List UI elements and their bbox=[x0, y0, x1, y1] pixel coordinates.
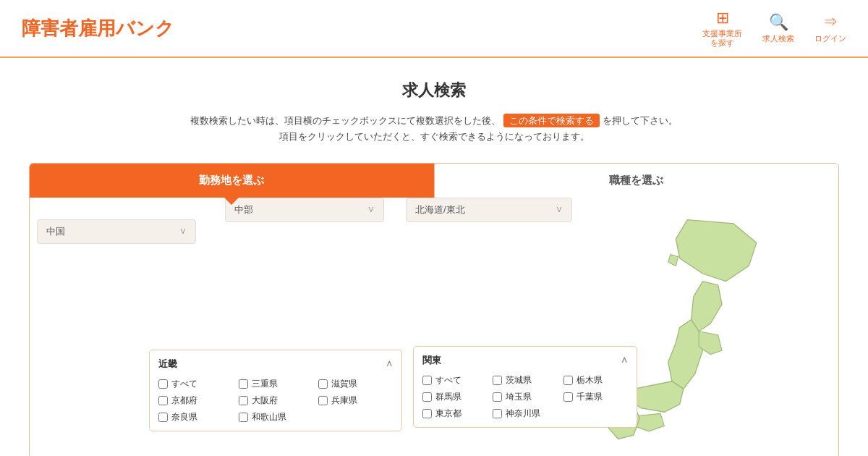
nav-login-label: ログイン bbox=[814, 33, 846, 44]
kanto-title: 関東 bbox=[422, 354, 441, 367]
kinki-item-hyogo[interactable]: 兵庫県 bbox=[318, 394, 393, 407]
chugoku-select[interactable]: 中国 ∨ bbox=[37, 219, 196, 244]
kanto-item-all[interactable]: すべて bbox=[422, 374, 487, 387]
kinki-checkbox-all[interactable] bbox=[158, 379, 168, 389]
kanto-item-gunma[interactable]: 群馬県 bbox=[422, 391, 487, 403]
kanto-header: 関東 ∧ bbox=[422, 354, 628, 367]
desc-text1: 複数検索したい時は、項目横のチェックボックスにて複数選択をした後、 bbox=[190, 115, 501, 126]
search-icon: 🔍 bbox=[769, 13, 788, 32]
desc-text2: を押して下さい。 bbox=[603, 115, 678, 126]
kinki-label-shiga: 滋賀県 bbox=[331, 378, 357, 390]
kinki-checkbox-kyoto[interactable] bbox=[158, 396, 168, 405]
kanto-collapse-icon[interactable]: ∧ bbox=[621, 354, 628, 366]
kanto-label-saitama: 埼玉県 bbox=[506, 391, 532, 403]
kinki-item-osaka[interactable]: 大阪府 bbox=[239, 394, 313, 407]
kanto-label-gunma: 群馬県 bbox=[435, 391, 461, 403]
kinki-checkbox-hyogo[interactable] bbox=[318, 396, 328, 405]
page-title: 求人検索 bbox=[29, 80, 839, 101]
kinki-checkbox-shiga[interactable] bbox=[318, 379, 328, 389]
kanto-label-ibaraki: 茨城県 bbox=[506, 374, 532, 387]
kinki-label-wakayama: 和歌山県 bbox=[252, 411, 286, 423]
kanto-item-kanagawa[interactable]: 神奈川県 bbox=[493, 408, 557, 420]
kanto-label-kanagawa: 神奈川県 bbox=[506, 408, 540, 420]
kanto-label-all: すべて bbox=[435, 374, 461, 387]
kanto-checkbox-tokyo[interactable] bbox=[422, 409, 432, 418]
chubu-label: 中部 bbox=[234, 203, 253, 216]
kanto-label-chiba: 千葉県 bbox=[576, 391, 603, 403]
kanto-item-ibaraki[interactable]: 茨城県 bbox=[493, 374, 557, 387]
kinki-label-all: すべて bbox=[171, 378, 197, 390]
kinki-checkbox-osaka[interactable] bbox=[239, 396, 248, 405]
kanto-checkbox-all[interactable] bbox=[422, 376, 432, 385]
nav-support[interactable]: ⊞ 支援事業所を探す bbox=[702, 9, 742, 48]
kanto-label-tochigi: 栃木県 bbox=[576, 374, 603, 387]
kinki-section: 近畿 ∧ すべて 三重県 滋賀県 bbox=[149, 350, 402, 431]
chugoku-label: 中国 bbox=[46, 225, 65, 238]
chubu-arrow-icon: ∨ bbox=[367, 203, 375, 216]
kinki-label-hyogo: 兵庫県 bbox=[331, 394, 357, 407]
search-panel: 勤務地を選ぶ 職種を選ぶ 中国 ∨ 中部 ∨ 北 bbox=[29, 163, 839, 456]
kanto-checkbox-saitama[interactable] bbox=[493, 392, 502, 402]
main-content: 求人検索 複数検索したい時は、項目横のチェックボックスにて複数選択をした後、 こ… bbox=[0, 58, 868, 456]
hokkaido-label: 北海道/東北 bbox=[415, 203, 465, 216]
kinki-header: 近畿 ∧ bbox=[158, 358, 393, 371]
nav-support-label: 支援事業所を探す bbox=[702, 29, 742, 48]
nav-login[interactable]: ⇒ ログイン bbox=[814, 12, 846, 44]
tab-row: 勤務地を選ぶ 職種を選ぶ bbox=[30, 164, 838, 198]
kinki-title: 近畿 bbox=[158, 358, 177, 371]
region-content: 中国 ∨ 中部 ∨ 北海道/東北 ∨ bbox=[30, 198, 838, 456]
kinki-label-kyoto: 京都府 bbox=[171, 394, 197, 407]
kinki-label-osaka: 大阪府 bbox=[252, 394, 278, 407]
kanto-item-chiba[interactable]: 千葉県 bbox=[563, 391, 628, 403]
kinki-checkbox-mie[interactable] bbox=[239, 379, 248, 389]
tab-job-type[interactable]: 職種を選ぶ bbox=[434, 164, 839, 198]
kanto-section: 関東 ∧ すべて 茨城県 栃木県 bbox=[413, 346, 637, 428]
tab-location[interactable]: 勤務地を選ぶ bbox=[30, 164, 434, 198]
nav-search-label: 求人検索 bbox=[762, 33, 794, 44]
kinki-item-all[interactable]: すべて bbox=[158, 378, 233, 390]
header: 障害者雇用バンク ⊞ 支援事業所を探す 🔍 求人検索 ⇒ ログイン bbox=[0, 0, 868, 58]
kinki-label-nara: 奈良県 bbox=[171, 411, 197, 423]
kinki-collapse-icon[interactable]: ∧ bbox=[386, 358, 393, 370]
chubu-select[interactable]: 中部 ∨ bbox=[225, 198, 384, 222]
kanto-label-tokyo: 東京都 bbox=[435, 408, 461, 420]
kanto-checkbox-chiba[interactable] bbox=[563, 392, 573, 402]
kanto-checkbox-grid: すべて 茨城県 栃木県 群馬県 bbox=[422, 374, 628, 420]
kanto-item-saitama[interactable]: 埼玉県 bbox=[493, 391, 557, 403]
chugoku-arrow-icon: ∨ bbox=[179, 225, 187, 237]
description: 複数検索したい時は、項目横のチェックボックスにて複数選択をした後、 この条件で検… bbox=[29, 113, 839, 145]
kinki-item-kyoto[interactable]: 京都府 bbox=[158, 394, 233, 407]
kanto-item-tochigi[interactable]: 栃木県 bbox=[563, 374, 628, 387]
desc-text3: 項目をクリックしていただくと、すぐ検索できるようになっております。 bbox=[279, 131, 590, 142]
chubu-dropdown-area: 中部 ∨ bbox=[225, 198, 384, 222]
kanto-checkbox-ibaraki[interactable] bbox=[493, 376, 502, 385]
nav-search[interactable]: 🔍 求人検索 bbox=[762, 13, 794, 44]
login-icon: ⇒ bbox=[823, 12, 838, 32]
kinki-item-nara[interactable]: 奈良県 bbox=[158, 411, 233, 423]
kanto-checkbox-kanagawa[interactable] bbox=[493, 409, 502, 418]
building-icon: ⊞ bbox=[716, 9, 729, 28]
kanto-checkbox-gunma[interactable] bbox=[422, 392, 432, 402]
kanto-checkbox-tochigi[interactable] bbox=[563, 376, 573, 385]
kinki-item-mie[interactable]: 三重県 bbox=[239, 378, 313, 390]
kinki-label-mie: 三重県 bbox=[252, 378, 278, 390]
kinki-checkbox-wakayama[interactable] bbox=[239, 413, 248, 422]
logo: 障害者雇用バンク bbox=[22, 16, 174, 41]
kinki-checkbox-grid: すべて 三重県 滋賀県 京都府 bbox=[158, 378, 393, 423]
kanto-item-tokyo[interactable]: 東京都 bbox=[422, 408, 487, 420]
header-nav: ⊞ 支援事業所を探す 🔍 求人検索 ⇒ ログイン bbox=[702, 9, 846, 48]
chugoku-dropdown-area: 中国 ∨ bbox=[37, 219, 196, 244]
kinki-item-shiga[interactable]: 滋賀県 bbox=[318, 378, 393, 390]
kinki-checkbox-nara[interactable] bbox=[158, 413, 168, 422]
kinki-item-wakayama[interactable]: 和歌山県 bbox=[239, 411, 313, 423]
search-condition-button[interactable]: この条件で検索する bbox=[503, 114, 600, 127]
